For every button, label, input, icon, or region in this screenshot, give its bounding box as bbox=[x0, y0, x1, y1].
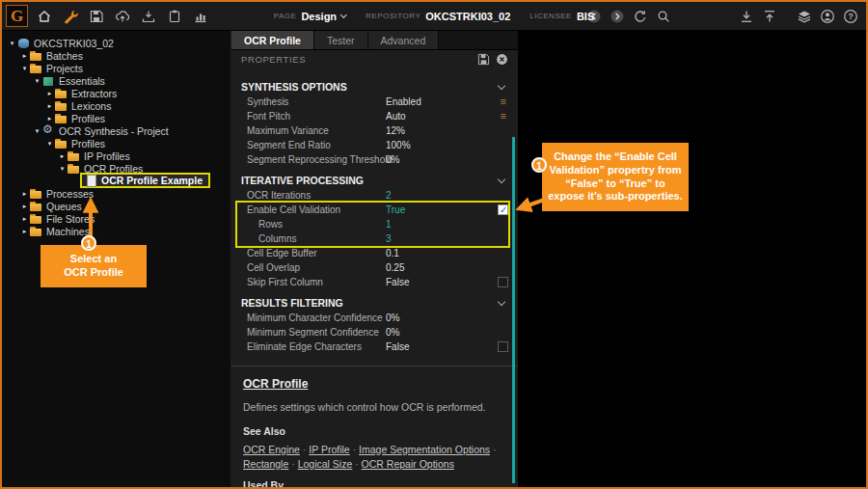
tree-item-projects[interactable]: ▾Projects bbox=[2, 62, 231, 74]
help-link-rectangle[interactable]: Rectangle bbox=[243, 458, 288, 470]
save-icon[interactable] bbox=[477, 53, 490, 66]
download-icon[interactable] bbox=[739, 9, 754, 24]
property-value[interactable]: False bbox=[386, 275, 409, 289]
tree-item-extractors[interactable]: ▸Extractors bbox=[2, 87, 231, 99]
scrollbar-thumb[interactable] bbox=[512, 137, 515, 483]
property-row-cell-overlap[interactable]: Cell Overlap0.25 bbox=[231, 260, 518, 275]
tab-ocr-profile[interactable]: OCR Profile bbox=[231, 31, 314, 49]
tree-item-batches[interactable]: ▸Batches bbox=[2, 49, 231, 62]
save-icon[interactable] bbox=[89, 9, 104, 24]
property-row-minimum-character-confidence[interactable]: Minimum Character Confidence0% bbox=[231, 311, 518, 325]
checkbox-enable-cell-validation[interactable] bbox=[498, 204, 508, 215]
expand-caret-icon[interactable]: ▸ bbox=[44, 102, 55, 110]
property-row-cell-edge-buffer[interactable]: Cell Edge Buffer0.1 bbox=[231, 246, 518, 260]
tree-item-queues[interactable]: ▸Queues bbox=[2, 200, 231, 212]
property-value[interactable]: 100% bbox=[386, 138, 411, 152]
property-row-skip-first-column[interactable]: Skip First ColumnFalse bbox=[231, 275, 518, 289]
search-icon[interactable] bbox=[656, 9, 671, 24]
property-value[interactable]: 0.1 bbox=[386, 246, 399, 260]
property-row-columns[interactable]: Columns3 bbox=[231, 231, 518, 246]
collapse-caret-icon[interactable]: ▾ bbox=[32, 77, 42, 85]
help-icon[interactable]: ? bbox=[843, 9, 858, 24]
tree-item-lexicons[interactable]: ▸Lexicons bbox=[2, 99, 231, 112]
property-row-eliminate-edge-characters[interactable]: Eliminate Edge CharactersFalse bbox=[231, 340, 518, 354]
expand-caret-icon[interactable]: ▸ bbox=[19, 215, 30, 223]
property-row-font-pitch[interactable]: Font PitchAuto≡ bbox=[231, 109, 518, 123]
chart-icon[interactable] bbox=[193, 9, 208, 24]
tree-item-essentials[interactable]: ▾Essentials bbox=[2, 74, 231, 87]
refresh-icon[interactable] bbox=[633, 9, 648, 24]
property-row-segment-end-ratio[interactable]: Segment End Ratio100% bbox=[231, 138, 518, 152]
collapse-caret-icon[interactable]: ▾ bbox=[7, 40, 17, 47]
property-row-enable-cell-validation[interactable]: Enable Cell ValidationTrue bbox=[231, 203, 518, 217]
tree-item-machines[interactable]: ▸Machines bbox=[2, 225, 231, 237]
tree-item-file-stores[interactable]: ▸File Stores bbox=[2, 212, 231, 225]
expand-caret-icon[interactable]: ▸ bbox=[44, 115, 55, 122]
user-icon[interactable] bbox=[820, 9, 835, 24]
help-link-ocr-repair-options[interactable]: OCR Repair Options bbox=[362, 458, 454, 470]
tab-advanced[interactable]: Advanced bbox=[368, 31, 440, 49]
checkbox-skip-first-column[interactable] bbox=[498, 277, 508, 287]
expand-caret-icon[interactable]: ▸ bbox=[19, 52, 30, 60]
property-value[interactable]: False bbox=[386, 340, 409, 354]
property-value[interactable]: 12% bbox=[386, 123, 405, 138]
upload-icon[interactable] bbox=[762, 9, 777, 24]
property-row-maximum-variance[interactable]: Maximum Variance12% bbox=[231, 123, 518, 138]
tree-item-processes[interactable]: ▸Processes bbox=[2, 187, 231, 200]
property-value[interactable]: 0% bbox=[386, 325, 399, 340]
page-selector[interactable]: Design bbox=[301, 11, 337, 22]
help-link-ocr-engine[interactable]: OCR Engine bbox=[243, 444, 300, 455]
wrench-icon[interactable] bbox=[63, 9, 78, 24]
expand-caret-icon[interactable]: ▸ bbox=[44, 90, 55, 97]
import-icon[interactable] bbox=[141, 9, 156, 24]
checkbox-eliminate-edge-characters[interactable] bbox=[498, 341, 508, 352]
property-value[interactable]: 3 bbox=[386, 231, 392, 246]
tree-item-ip-profiles[interactable]: ▸IP Profiles bbox=[2, 149, 231, 162]
tab-tester[interactable]: Tester bbox=[314, 31, 368, 49]
tree-item-profiles[interactable]: ▸Profiles bbox=[2, 112, 231, 124]
section-header-synthesis-options[interactable]: SYNTHESIS OPTIONS bbox=[231, 79, 518, 95]
forward-icon[interactable] bbox=[610, 9, 625, 24]
chevron-down-icon[interactable] bbox=[498, 176, 505, 183]
cloud-upload-icon[interactable] bbox=[115, 9, 130, 24]
app-logo[interactable]: G bbox=[6, 5, 28, 27]
property-row-ocr-iterations[interactable]: OCR Iterations2 bbox=[231, 188, 518, 203]
chevron-down-icon[interactable] bbox=[498, 82, 505, 90]
expand-caret-icon[interactable]: ▸ bbox=[19, 228, 30, 235]
property-value[interactable]: 0% bbox=[386, 311, 399, 325]
collapse-caret-icon[interactable]: ▾ bbox=[19, 65, 30, 72]
expand-caret-icon[interactable]: ▸ bbox=[57, 152, 68, 160]
home-icon[interactable] bbox=[37, 9, 52, 24]
help-link-logical-size[interactable]: Logical Size bbox=[298, 458, 353, 470]
clipboard-icon[interactable] bbox=[167, 9, 182, 24]
menu-icon[interactable]: ≡ bbox=[501, 109, 506, 123]
property-value[interactable]: True bbox=[386, 203, 405, 217]
collapse-caret-icon[interactable]: ▾ bbox=[32, 127, 42, 135]
help-link-image-segmentation-options[interactable]: Image Segmentation Options bbox=[359, 444, 490, 455]
property-row-synthesis[interactable]: SynthesisEnabled≡ bbox=[231, 95, 518, 109]
tree-item-ocr-synthesis-project[interactable]: ▾OCR Synthesis - Project bbox=[2, 124, 231, 137]
section-header-results-filtering[interactable]: RESULTS FILTERING bbox=[231, 295, 518, 311]
property-row-segment-reprocessing-threshold[interactable]: Segment Reprocessing Threshold0% bbox=[231, 152, 518, 167]
property-value[interactable]: 0.25 bbox=[386, 260, 404, 275]
collapse-caret-icon[interactable]: ▾ bbox=[44, 140, 55, 148]
section-header-iterative-processing[interactable]: ITERATIVE PROCESSING bbox=[231, 173, 518, 188]
property-row-minimum-segment-confidence[interactable]: Minimum Segment Confidence0% bbox=[231, 325, 518, 340]
chevron-down-icon[interactable] bbox=[498, 298, 505, 306]
tree-item-ocr-profile-example[interactable]: OCR Profile Example bbox=[2, 175, 231, 187]
property-value[interactable]: 1 bbox=[386, 217, 392, 231]
expand-caret-icon[interactable]: ▸ bbox=[19, 190, 30, 198]
tree-item-okcstrki03-02[interactable]: ▾OKCSTRKI03_02 bbox=[2, 37, 231, 49]
close-icon[interactable] bbox=[496, 53, 508, 66]
menu-icon[interactable]: ≡ bbox=[501, 95, 506, 109]
property-value[interactable]: Enabled bbox=[386, 95, 421, 109]
layers-icon[interactable] bbox=[797, 9, 812, 24]
property-value[interactable]: Auto bbox=[386, 109, 406, 123]
property-row-rows[interactable]: Rows1 bbox=[231, 217, 518, 231]
expand-caret-icon[interactable]: ▸ bbox=[19, 203, 30, 210]
tree-item-profiles[interactable]: ▾Profiles bbox=[2, 137, 231, 149]
property-value[interactable]: 0% bbox=[386, 152, 399, 167]
help-title[interactable]: OCR Profile bbox=[243, 376, 504, 392]
property-value[interactable]: 2 bbox=[386, 188, 392, 203]
collapse-caret-icon[interactable]: ▾ bbox=[57, 165, 68, 173]
